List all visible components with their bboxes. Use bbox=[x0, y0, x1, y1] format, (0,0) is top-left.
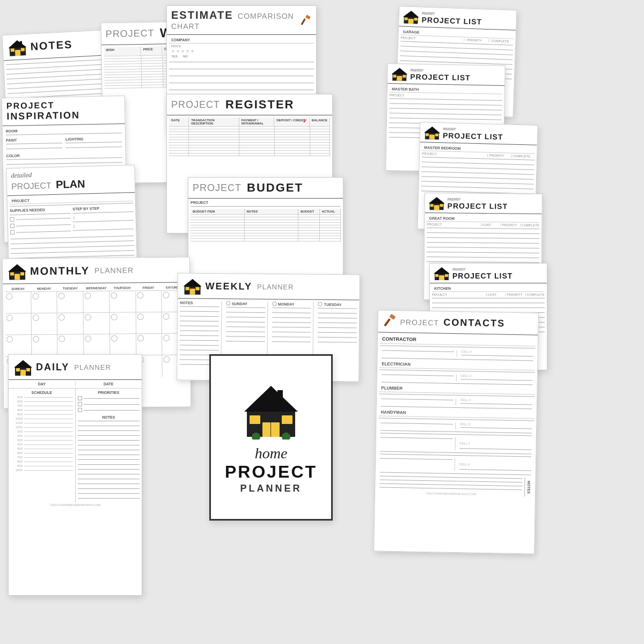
reg-col-payment: PAYMENT / WITHDRAWAL bbox=[239, 118, 274, 126]
cover-subtitle: PLANNER bbox=[225, 483, 317, 494]
time-label: 600 bbox=[11, 451, 23, 455]
table-row bbox=[298, 225, 320, 228]
time-row: 1100 bbox=[11, 421, 73, 425]
svg-rect-5 bbox=[271, 422, 280, 437]
table-row bbox=[310, 127, 330, 129]
svg-rect-55 bbox=[20, 370, 26, 376]
day-circle bbox=[137, 313, 143, 320]
cell-label-3: CELL # bbox=[460, 398, 471, 401]
table-row bbox=[298, 215, 320, 217]
time-label: 1000 bbox=[11, 469, 23, 472]
cost-col-5: COST bbox=[488, 293, 507, 296]
table-row bbox=[245, 228, 299, 230]
time-label: 700 bbox=[11, 404, 23, 407]
inspiration-title: PROJECT INSPIRATION bbox=[6, 99, 121, 122]
svg-rect-14 bbox=[21, 48, 25, 51]
table-row bbox=[189, 145, 239, 148]
time-row: 800 bbox=[11, 460, 73, 463]
svg-rect-40 bbox=[439, 275, 444, 280]
master-house-icon-3 bbox=[423, 125, 441, 140]
table-row bbox=[239, 151, 275, 153]
wishlist-col-price: PRICE bbox=[141, 46, 162, 55]
svg-rect-32 bbox=[435, 134, 438, 136]
table-row bbox=[320, 236, 341, 238]
table-row bbox=[245, 220, 299, 222]
hammer-icon bbox=[299, 12, 312, 28]
table-row bbox=[239, 148, 275, 150]
contractor-cell-field: CELL # bbox=[459, 350, 533, 358]
plumber-section: PLUMBER CELL # bbox=[379, 384, 535, 409]
cal-row-1 bbox=[5, 291, 187, 314]
table-row bbox=[310, 137, 330, 140]
notes-house-icon bbox=[7, 38, 28, 57]
svg-marker-44 bbox=[8, 264, 26, 272]
table-row bbox=[142, 61, 163, 63]
time-rows: 6006007008009001000110012001002003004005… bbox=[11, 396, 73, 472]
table-row bbox=[189, 132, 239, 134]
svg-rect-47 bbox=[20, 272, 24, 275]
svg-rect-59 bbox=[384, 318, 391, 326]
step-label: STEP BY STEP bbox=[72, 206, 133, 211]
priority-col-3: PRIORITY bbox=[489, 154, 511, 158]
day-label: DAY bbox=[11, 382, 73, 386]
table-row bbox=[142, 66, 163, 69]
time-row: 200 bbox=[11, 434, 73, 437]
table-row bbox=[191, 215, 245, 217]
tuesday-label: TUESDAY bbox=[324, 302, 342, 306]
table-row bbox=[320, 220, 341, 222]
table-row bbox=[239, 143, 275, 145]
table-row bbox=[189, 127, 239, 129]
time-label: 900 bbox=[11, 464, 23, 467]
time-row: 500 bbox=[11, 447, 73, 450]
svg-rect-31 bbox=[426, 133, 429, 136]
time-line bbox=[24, 440, 73, 441]
time-row: 700 bbox=[11, 404, 73, 407]
time-line bbox=[24, 406, 73, 406]
register-title-plain: PROJECT bbox=[171, 99, 220, 111]
master-script-5: master bbox=[452, 266, 513, 272]
table-row bbox=[169, 145, 189, 148]
table-row bbox=[275, 143, 310, 145]
table-row bbox=[245, 225, 299, 228]
table-row bbox=[104, 85, 142, 88]
cell-label-6: CELL # bbox=[459, 463, 470, 466]
svg-rect-35 bbox=[434, 205, 440, 210]
weekly-header: WEEKLY PLANNER bbox=[178, 274, 359, 301]
master-title-2: PROJECT LIST bbox=[410, 72, 471, 82]
register-table: DATE TRANSACTION DESCRIPTION PAYMENT / W… bbox=[167, 115, 332, 158]
time-label: 500 bbox=[11, 447, 23, 450]
notes-vertical-text: NOTES bbox=[527, 480, 531, 493]
table-row bbox=[245, 239, 299, 241]
plumber-name-field bbox=[381, 397, 456, 405]
table-row bbox=[275, 135, 310, 137]
monday-label: MONDAY bbox=[278, 302, 295, 306]
yes-no-row: YES NO bbox=[171, 55, 312, 58]
svg-rect-56 bbox=[16, 368, 20, 371]
master-title-1: PROJECT LIST bbox=[421, 16, 482, 26]
svg-rect-25 bbox=[397, 76, 402, 80]
svg-rect-22 bbox=[414, 18, 418, 20]
day-circle bbox=[58, 314, 65, 321]
table-row bbox=[320, 231, 341, 233]
day-circle bbox=[85, 314, 91, 320]
table-row bbox=[169, 137, 189, 140]
svg-rect-12 bbox=[15, 50, 21, 56]
cell-label-1: CELL # bbox=[461, 350, 472, 353]
time-line bbox=[24, 414, 73, 415]
notes-section-label: NOTES bbox=[180, 301, 219, 305]
time-label: 600 bbox=[11, 400, 23, 403]
table-row bbox=[189, 153, 239, 156]
table-row bbox=[245, 233, 299, 236]
time-label: 800 bbox=[11, 408, 23, 412]
budget-col-actual: ACTUAL bbox=[320, 209, 341, 214]
table-row bbox=[142, 71, 163, 74]
daily-title-plain: DAILY bbox=[36, 362, 69, 373]
table-row bbox=[142, 74, 164, 77]
complete-col-5: COMPLETE bbox=[527, 293, 545, 296]
table-row bbox=[189, 151, 239, 153]
master-room-label-2: MASTER BATH bbox=[390, 86, 502, 94]
time-label: 1000 bbox=[11, 417, 23, 420]
cal-row-3 bbox=[5, 334, 188, 357]
table-row bbox=[275, 127, 310, 129]
complete-col: COMPLETE bbox=[490, 39, 513, 43]
